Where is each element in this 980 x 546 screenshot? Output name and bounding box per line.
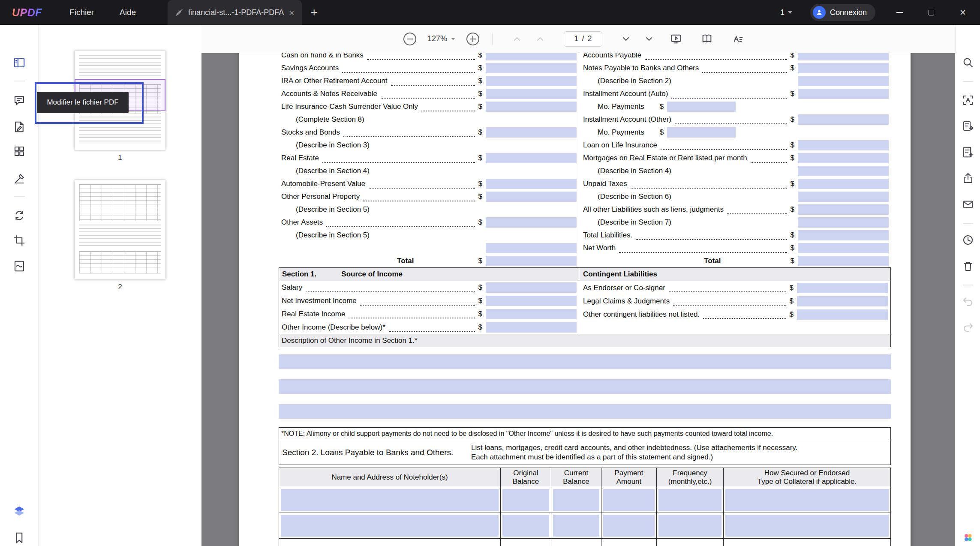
table-cell-field[interactable] <box>553 489 599 511</box>
new-tab-button[interactable]: + <box>310 6 317 19</box>
page-number-input[interactable]: 1 / 2 <box>564 31 602 47</box>
table-cell-field[interactable] <box>603 515 655 537</box>
layers-icon[interactable] <box>13 505 26 518</box>
amount-field[interactable] <box>667 102 736 112</box>
amount-field[interactable] <box>798 89 889 99</box>
amount-field[interactable] <box>797 309 888 320</box>
amount-field[interactable] <box>486 309 577 319</box>
amount-field[interactable] <box>798 217 889 228</box>
page-thumbnail-2[interactable] <box>75 180 165 279</box>
amount-field[interactable] <box>798 114 889 125</box>
window-list-dropdown[interactable]: 1 <box>780 8 792 17</box>
amount-field[interactable] <box>486 217 577 228</box>
history-icon[interactable] <box>962 234 974 246</box>
convert-icon[interactable] <box>13 209 26 222</box>
zoom-in-icon[interactable] <box>466 33 479 45</box>
create-pdf-icon[interactable] <box>962 146 974 159</box>
organize-pages-icon[interactable] <box>13 145 26 158</box>
dotted-leader <box>306 285 475 292</box>
ocr-icon[interactable] <box>962 94 974 107</box>
description-field[interactable] <box>279 354 891 369</box>
crop-icon[interactable] <box>13 234 26 247</box>
amount-field[interactable] <box>798 140 889 150</box>
comment-icon[interactable] <box>13 94 26 107</box>
amount-field[interactable] <box>797 296 888 306</box>
login-button[interactable]: Connexion <box>810 4 875 21</box>
edit-pdf-icon[interactable] <box>13 120 26 133</box>
table-cell-field[interactable] <box>603 540 655 546</box>
first-page-icon[interactable] <box>512 34 522 44</box>
description-field[interactable] <box>279 404 891 419</box>
amount-field[interactable] <box>486 192 577 202</box>
amount-field[interactable] <box>798 63 889 73</box>
amount-field[interactable] <box>486 322 577 333</box>
amount-field[interactable] <box>798 166 889 176</box>
email-icon[interactable] <box>962 198 974 211</box>
watermark-icon[interactable] <box>13 260 26 273</box>
presentation-mode-icon[interactable] <box>670 33 682 45</box>
amount-field[interactable] <box>486 153 577 163</box>
next-page-icon[interactable] <box>621 34 631 44</box>
amount-field[interactable] <box>798 256 889 266</box>
table-cell-field[interactable] <box>502 540 549 546</box>
table-cell-field[interactable] <box>502 515 549 537</box>
menu-fichier[interactable]: Fichier <box>69 8 94 17</box>
maximize-icon[interactable] <box>927 8 935 17</box>
amount-field[interactable] <box>486 89 577 99</box>
table-cell-field[interactable] <box>281 540 499 546</box>
table-cell-field[interactable] <box>553 515 599 537</box>
amount-field[interactable] <box>667 127 736 138</box>
amount-field[interactable] <box>798 76 889 86</box>
previous-page-icon[interactable] <box>535 34 545 44</box>
amount-field[interactable] <box>486 243 577 253</box>
amount-field[interactable] <box>798 153 889 163</box>
amount-field[interactable] <box>486 102 577 112</box>
amount-field[interactable] <box>798 179 889 189</box>
table-cell-field[interactable] <box>603 489 655 511</box>
menu-aide[interactable]: Aide <box>120 8 136 17</box>
table-cell-field[interactable] <box>658 540 721 546</box>
translate-icon[interactable] <box>732 33 744 45</box>
amount-field[interactable] <box>486 296 577 306</box>
bookmark-icon[interactable] <box>13 531 26 544</box>
table-cell-field[interactable] <box>725 489 889 511</box>
tab-close-icon[interactable]: × <box>289 8 294 17</box>
ai-assistant-icon[interactable] <box>962 531 974 544</box>
amount-field[interactable] <box>486 256 577 266</box>
amount-field[interactable] <box>798 204 889 215</box>
minimize-icon[interactable] <box>895 8 904 17</box>
description-field[interactable] <box>279 379 891 394</box>
amount-field[interactable] <box>798 192 889 202</box>
redo-icon[interactable] <box>962 321 974 333</box>
document-tab[interactable]: financial-st...-1-PDFA-PDFA × <box>168 0 302 25</box>
two-page-view-icon[interactable] <box>701 33 713 45</box>
table-cell-field[interactable] <box>502 489 549 511</box>
amount-field[interactable] <box>486 63 577 73</box>
amount-field[interactable] <box>486 179 577 189</box>
table-cell-field[interactable] <box>725 540 889 546</box>
table-cell-field[interactable] <box>553 540 599 546</box>
undo-icon[interactable] <box>962 295 974 308</box>
trash-icon[interactable] <box>962 260 974 273</box>
amount-field[interactable] <box>486 127 577 138</box>
zoom-out-icon[interactable] <box>403 33 416 45</box>
amount-field[interactable] <box>486 282 577 293</box>
reading-panel-icon[interactable] <box>13 56 26 69</box>
fill-sign-icon[interactable] <box>13 172 26 185</box>
table-cell-field[interactable] <box>281 489 499 511</box>
amount-field[interactable] <box>486 76 577 86</box>
amount-field[interactable] <box>798 230 889 240</box>
table-cell-field[interactable] <box>725 515 889 537</box>
share-icon[interactable] <box>962 172 974 185</box>
search-icon[interactable] <box>962 56 974 69</box>
dotted-leader <box>360 298 475 306</box>
table-cell-field[interactable] <box>658 489 721 511</box>
close-icon[interactable]: × <box>959 8 967 17</box>
amount-field[interactable] <box>798 243 889 253</box>
export-pdf-icon[interactable] <box>962 120 974 132</box>
last-page-icon[interactable] <box>644 34 654 44</box>
zoom-level-dropdown[interactable]: 127% <box>427 34 455 43</box>
table-cell-field[interactable] <box>281 515 499 537</box>
table-cell-field[interactable] <box>658 515 721 537</box>
amount-field[interactable] <box>797 283 888 293</box>
